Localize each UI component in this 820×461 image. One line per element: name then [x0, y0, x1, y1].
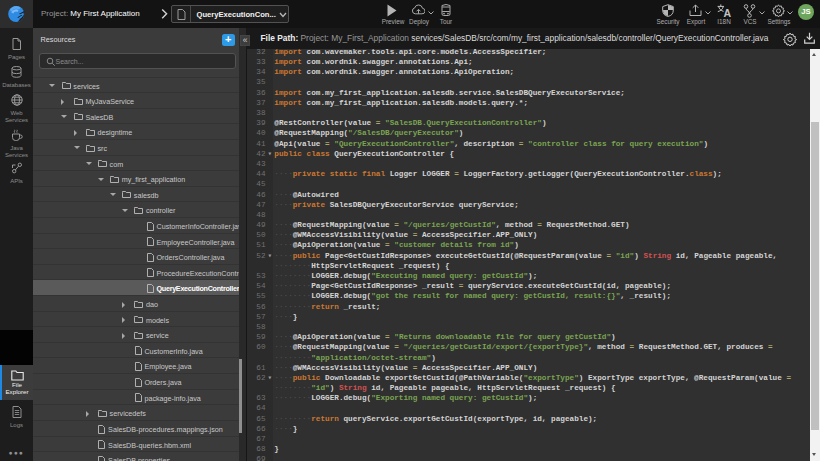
svg-text:A: A: [723, 7, 731, 18]
